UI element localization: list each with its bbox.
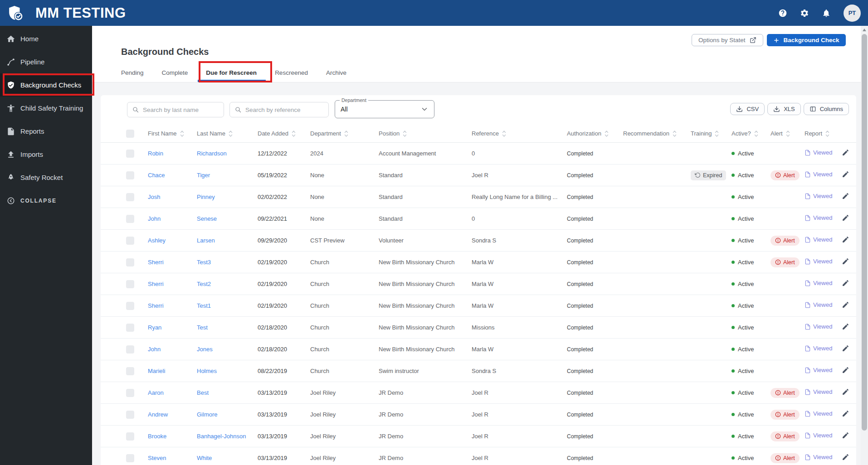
- viewed-report-link[interactable]: Viewed: [805, 301, 832, 308]
- viewed-report-link[interactable]: Viewed: [805, 258, 832, 265]
- bell-icon[interactable]: [822, 9, 831, 18]
- last-name-link[interactable]: Jones: [197, 346, 213, 353]
- sidebar-item-pipeline[interactable]: Pipeline: [0, 50, 92, 73]
- row-checkbox[interactable]: [126, 280, 134, 288]
- viewed-report-link[interactable]: Viewed: [805, 280, 832, 286]
- pencil-icon[interactable]: [842, 366, 849, 374]
- first-name-link[interactable]: Sherri: [148, 259, 164, 266]
- first-name-link[interactable]: Andrew: [148, 411, 168, 418]
- last-name-link[interactable]: Gilmore: [197, 411, 218, 418]
- first-name-link[interactable]: Chace: [148, 172, 165, 179]
- xls-button[interactable]: XLS: [767, 103, 801, 115]
- pencil-icon[interactable]: [842, 453, 849, 461]
- row-checkbox[interactable]: [126, 389, 134, 397]
- tab-pending[interactable]: Pending: [121, 63, 144, 82]
- column-header-alert[interactable]: Alert: [770, 130, 805, 137]
- row-checkbox[interactable]: [126, 367, 134, 375]
- column-header-date-added[interactable]: Date Added: [258, 130, 310, 137]
- add-background-check-button[interactable]: Background Check: [767, 34, 846, 46]
- column-header-first-name[interactable]: First Name: [148, 130, 197, 137]
- viewed-report-link[interactable]: Viewed: [805, 236, 832, 243]
- viewed-report-link[interactable]: Viewed: [805, 454, 832, 460]
- viewed-report-link[interactable]: Viewed: [805, 149, 832, 156]
- pencil-icon[interactable]: [842, 388, 849, 396]
- question-circle-icon[interactable]: [778, 9, 787, 18]
- row-checkbox[interactable]: [126, 150, 134, 158]
- pencil-icon[interactable]: [842, 214, 849, 222]
- column-header-last-name[interactable]: Last Name: [197, 130, 258, 137]
- last-name-link[interactable]: Tiger: [197, 172, 210, 179]
- pencil-icon[interactable]: [842, 170, 849, 178]
- first-name-link[interactable]: Aaron: [148, 389, 164, 396]
- viewed-report-link[interactable]: Viewed: [805, 345, 832, 352]
- first-name-link[interactable]: John: [148, 346, 161, 353]
- row-checkbox[interactable]: [126, 411, 134, 419]
- last-name-link[interactable]: Test2: [197, 281, 211, 287]
- viewed-report-link[interactable]: Viewed: [805, 432, 832, 439]
- column-header-position[interactable]: Position: [379, 130, 472, 137]
- first-name-link[interactable]: Robin: [148, 150, 163, 157]
- tab-archive[interactable]: Archive: [326, 63, 346, 82]
- last-name-link[interactable]: Pinney: [197, 194, 215, 200]
- scrollbar-thumb[interactable]: [862, 34, 867, 431]
- row-checkbox[interactable]: [126, 237, 134, 245]
- pencil-icon[interactable]: [842, 236, 849, 243]
- first-name-link[interactable]: Sherri: [148, 281, 164, 287]
- row-checkbox[interactable]: [126, 324, 134, 332]
- viewed-report-link[interactable]: Viewed: [805, 171, 832, 178]
- viewed-report-link[interactable]: Viewed: [805, 214, 832, 221]
- viewed-report-link[interactable]: Viewed: [805, 367, 832, 373]
- last-name-link[interactable]: White: [197, 455, 212, 461]
- last-name-link[interactable]: Banhagel-Johnson: [197, 433, 246, 440]
- tab-rescreened[interactable]: Rescreened: [275, 63, 308, 82]
- column-header-authorization[interactable]: Authorization: [567, 130, 623, 137]
- gear-icon[interactable]: [800, 9, 809, 18]
- first-name-link[interactable]: Brooke: [148, 433, 166, 440]
- tab-complete[interactable]: Complete: [162, 63, 188, 82]
- pencil-icon[interactable]: [842, 192, 849, 200]
- first-name-link[interactable]: Marieli: [148, 368, 165, 374]
- select-all-checkbox[interactable]: [126, 130, 134, 138]
- last-name-link[interactable]: Senese: [197, 215, 217, 222]
- sidebar-item-imports[interactable]: Imports: [0, 143, 92, 166]
- column-header-reference[interactable]: Reference: [472, 130, 567, 137]
- column-header-recommendation[interactable]: Recommendation: [623, 130, 691, 137]
- sidebar-item-background-checks[interactable]: Background Checks: [0, 73, 92, 97]
- first-name-link[interactable]: Ashley: [148, 237, 166, 244]
- row-checkbox[interactable]: [126, 302, 134, 310]
- pencil-icon[interactable]: [842, 149, 849, 156]
- scrollbar-up-arrow[interactable]: [861, 26, 868, 34]
- last-name-link[interactable]: Holmes: [197, 368, 217, 374]
- pencil-icon[interactable]: [842, 344, 849, 352]
- first-name-link[interactable]: John: [148, 215, 161, 222]
- viewed-report-link[interactable]: Viewed: [805, 410, 832, 417]
- row-checkbox[interactable]: [126, 258, 134, 266]
- pencil-icon[interactable]: [842, 410, 849, 417]
- last-name-link[interactable]: Test3: [197, 259, 211, 266]
- last-name-link[interactable]: Test1: [197, 302, 211, 309]
- sidebar-item-safety-rocket[interactable]: Safety Rocket: [0, 166, 92, 189]
- avatar[interactable]: PT: [844, 5, 861, 22]
- search-reference-input[interactable]: [245, 107, 324, 113]
- row-checkbox[interactable]: [126, 215, 134, 223]
- pencil-icon[interactable]: [842, 279, 849, 287]
- column-header-department[interactable]: Department: [310, 130, 379, 137]
- column-header-training[interactable]: Training: [691, 130, 731, 137]
- last-name-link[interactable]: Larsen: [197, 237, 215, 244]
- columns-button[interactable]: Columns: [804, 103, 849, 115]
- pencil-icon[interactable]: [842, 301, 849, 309]
- sidebar-item-reports[interactable]: Reports: [0, 120, 92, 143]
- row-checkbox[interactable]: [126, 171, 134, 179]
- column-header-report[interactable]: Report: [805, 130, 842, 137]
- first-name-link[interactable]: Ryan: [148, 324, 161, 331]
- sidebar-item-home[interactable]: Home: [0, 27, 92, 50]
- csv-button[interactable]: CSV: [730, 103, 765, 115]
- first-name-link[interactable]: Steven: [148, 455, 166, 461]
- viewed-report-link[interactable]: Viewed: [805, 323, 832, 330]
- sidebar-collapse-button[interactable]: COLLAPSE: [0, 189, 92, 212]
- sidebar-item-child-safety-training[interactable]: Child Safety Training: [0, 97, 92, 120]
- search-last-name-input[interactable]: [143, 107, 219, 113]
- last-name-link[interactable]: Best: [197, 389, 209, 396]
- last-name-link[interactable]: Test: [197, 324, 208, 331]
- viewed-report-link[interactable]: Viewed: [805, 193, 832, 199]
